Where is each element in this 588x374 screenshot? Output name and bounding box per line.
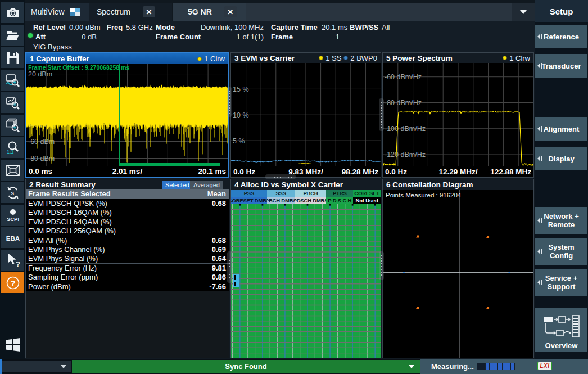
panel-result-summary[interactable]: 2 Result Summary Selected Averaged Frame… [25, 179, 229, 358]
softkey-reference[interactable]: Reference [535, 25, 587, 48]
constellation-plot[interactable]: Points Measured : 916204 [383, 190, 533, 358]
panel-capture-buffer[interactable]: 1 Capture Buffer 1 Clrw 20 dBm0 dBm-20 d… [25, 52, 229, 178]
sweep-refresh-icon: s [5, 185, 21, 201]
svg-text:?: ? [10, 278, 15, 287]
results-row: EVM All (%)0.68 [26, 236, 229, 245]
results-tab-selected[interactable]: Selected [162, 181, 193, 189]
help-button[interactable]: ? [1, 272, 24, 293]
open-file-button[interactable] [1, 25, 24, 46]
multiview-grid-icon [70, 8, 80, 16]
splitter-grip-vertical[interactable] [227, 251, 232, 283]
smartgrid-area: 1 Capture Buffer 1 Clrw 20 dBm0 dBm-20 d… [25, 52, 535, 359]
result-label: EVM PDSCH QPSK (%) [28, 199, 107, 208]
alloc-grid-plot[interactable] [231, 204, 381, 358]
sync-state-label: Sync Found [225, 362, 266, 371]
multiview-grid-quadrant [75, 12, 80, 16]
softkey-service-support[interactable]: Service + Support [535, 269, 587, 296]
x-stop-label: 122.88 MHz [490, 168, 531, 176]
panel-constellation-titlebar[interactable]: 6 Constellation Diagram [383, 179, 533, 190]
softkey-label: Overview [545, 341, 578, 350]
windows-logo-icon [4, 336, 21, 353]
progress-segment [506, 363, 510, 370]
result-label: Frequency Error (Hz) [28, 264, 97, 272]
softkey-system-config[interactable]: System Config [535, 238, 587, 265]
status-right-section: Measuring... LXI [420, 359, 588, 374]
softkey-alignment[interactable]: Alignment [535, 117, 587, 141]
tab-spectrum[interactable]: Spectrum ✕ [89, 3, 172, 21]
display-frame-button[interactable] [1, 160, 24, 181]
panel-constellation[interactable]: 6 Constellation Diagram Points Measured … [382, 179, 534, 358]
multiview-grid-quadrant [70, 12, 75, 16]
spectrum-trace-legend: 1 Clrw [503, 54, 530, 62]
progress-segment [486, 363, 489, 370]
tab-spectrum-close-icon[interactable]: ✕ [143, 6, 155, 17]
context-help-button[interactable]: ? [1, 250, 24, 271]
eba-button[interactable]: EBA [1, 227, 24, 248]
frame-count-value: 1 of 1(1) [201, 33, 264, 41]
splitter-grip-horizontal[interactable] [265, 174, 296, 179]
panel-evm-titlebar[interactable]: 3 EVM vs Carrier 1 SS 2 BWP0 [231, 53, 381, 63]
screenshot-button[interactable] [1, 2, 24, 23]
submenu-arrow-icon [537, 63, 540, 69]
submenu-bar-icon [541, 34, 542, 39]
zoom-window-button[interactable] [1, 92, 24, 113]
x-stop-label: 20.1 ms [198, 167, 226, 175]
softkey-display[interactable]: Display [535, 147, 587, 170]
submenu-arrow-icon [537, 126, 540, 132]
submenu-bar-icon [541, 218, 542, 223]
result-label: EVM All (%) [28, 236, 67, 245]
zoom-trace-icon [5, 73, 21, 88]
submenu-arrow-icon [537, 156, 540, 161]
save-button[interactable] [1, 47, 24, 68]
panel-power-spectrum[interactable]: 5 Power Spectrum 1 Clrw -60 dBm/Hz-80 dB… [382, 52, 534, 178]
results-group-separator [26, 282, 229, 282]
spectrum-plot[interactable]: -60 dBm/Hz-80 dBm/Hz-100 dBm/Hz-120 dBm/… [383, 63, 533, 166]
panel-alloc-id[interactable]: 4 Alloc ID vs Symbol X Carrier PSSSSSPBC… [230, 179, 381, 358]
evm-plot[interactable]: 15 %10 %5 % [231, 63, 381, 166]
splitter-grip-vertical[interactable] [227, 87, 232, 117]
panel-evm-vs-carrier[interactable]: 3 EVM vs Carrier 1 SS 2 BWP0 15 %10 %5 %… [230, 52, 381, 178]
splitter-grip-vertical[interactable] [379, 98, 384, 131]
tab-multiview[interactable]: MultiView [25, 3, 89, 21]
panel-alloc-titlebar[interactable]: 4 Alloc ID vs Symbol X Carrier [231, 179, 381, 190]
channel-info-bar[interactable]: Ref Level 0.00 dBm Freq 5.8 GHz Mode Dow… [25, 21, 535, 52]
trace1-label: 1 SS [325, 54, 341, 62]
scpi-button[interactable]: SCPI [1, 205, 24, 226]
capture-buffer-plot[interactable]: 20 dBm0 dBm-20 dBm-40 dBm-60 dBm-80 dBmF… [26, 64, 228, 166]
results-empty-area [26, 291, 229, 358]
softkey-label: Remote [548, 220, 575, 229]
trace1-color-dot [197, 57, 202, 61]
result-value: 0.64 [212, 254, 226, 263]
freq-label: Freq [107, 23, 123, 31]
svg-text:-120 dBm/Hz: -120 dBm/Hz [385, 151, 426, 159]
softkey-overview[interactable]: Overview [535, 308, 587, 352]
zoom-window-icon [5, 95, 21, 111]
panel-spectrum-titlebar[interactable]: 5 Power Spectrum 1 Clrw [383, 53, 533, 63]
softkey-label: Transducer [541, 62, 581, 70]
multi-zoom-button[interactable] [1, 115, 24, 136]
sweep-button[interactable]: s [1, 182, 24, 203]
multiview-grid-quadrant [70, 8, 75, 12]
result-label: EVM PDSCH 16QAM (%) [28, 208, 112, 217]
svg-text:SCPI: SCPI [6, 216, 19, 222]
zoom-one-to-one-button[interactable]: 1:1 [1, 137, 24, 158]
channel-tab-bar: MultiView Spectrum ✕ 5G NR ✕ [25, 0, 535, 21]
alloc-legend-cell: PDSCH DMRS [295, 197, 327, 204]
mode-value: Downlink, 100 MHz [179, 23, 264, 31]
frame-value: 1 [314, 33, 340, 41]
sync-state-banner[interactable]: Sync Found [72, 360, 420, 373]
zoom-trace-button[interactable] [1, 70, 24, 91]
results-tab-averaged[interactable]: Averaged [190, 181, 223, 189]
status-dropdown[interactable] [2, 361, 71, 372]
panel-capture-buffer-titlebar[interactable]: 1 Capture Buffer 1 Clrw [26, 53, 228, 64]
alloc-legend-cell: CORESET DMRS [231, 197, 267, 204]
softkey-network-remote[interactable]: Network + Remote [535, 207, 587, 234]
splitter-grip-vertical[interactable] [379, 251, 384, 280]
softkey-transducer[interactable]: Transducer [535, 54, 587, 78]
result-label: EVM PDSCH 64QAM (%) [28, 218, 112, 226]
tab-5gnr-close-icon[interactable]: ✕ [224, 6, 237, 17]
mode-label: Mode [156, 23, 175, 31]
multiview-grid-quadrant [75, 8, 80, 12]
windows-start-button[interactable] [4, 336, 21, 355]
tab-list-dropdown[interactable] [512, 3, 535, 21]
